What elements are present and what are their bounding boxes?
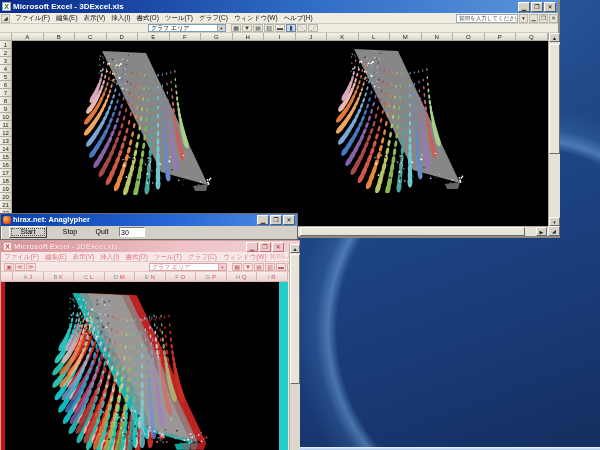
row-header-20[interactable]: 20 — [0, 193, 12, 201]
column-header-AJ[interactable]: A J — [13, 272, 44, 282]
excel-anaglyph-titlebar[interactable]: X Microsoft Excel - 3DExcel.xls ▁ ❐ ✕ — [1, 241, 299, 252]
column-header-D[interactable]: D — [107, 33, 139, 41]
by-column-icon[interactable]: ▮ — [286, 24, 296, 32]
menu-item-1[interactable]: 編集(E) — [42, 252, 70, 262]
row-header-11[interactable]: 11 — [0, 121, 12, 129]
column-header-L[interactable]: L — [359, 33, 391, 41]
menu-item-5[interactable]: ツール(T) — [151, 252, 185, 262]
column-header-A[interactable]: A — [12, 33, 44, 41]
menu-item-0[interactable]: ファイル(F) — [12, 13, 53, 23]
question-input[interactable]: 質問を入力してください — [456, 14, 518, 23]
column-header-K[interactable]: K — [327, 33, 359, 41]
row-header-13[interactable]: 13 — [0, 137, 12, 145]
start-button[interactable]: Start — [9, 226, 47, 238]
column-header-CL[interactable]: C L — [74, 272, 105, 282]
column-header-Q[interactable]: Q — [516, 33, 548, 41]
menu-item-3[interactable]: 挿入(I) — [97, 252, 122, 262]
column-header-IR[interactable]: I R — [257, 272, 288, 282]
column-header-N[interactable]: N — [422, 33, 454, 41]
row-header-21[interactable]: 21 — [0, 201, 12, 209]
chart-object-combo[interactable]: グラフ エリア ▾ — [149, 263, 227, 271]
menu-item-0[interactable]: ファイル(F) — [1, 252, 42, 262]
combo-dropdown-icon[interactable]: ▾ — [218, 264, 226, 270]
row-header-6[interactable]: 6 — [0, 81, 12, 89]
row-header-2[interactable]: 2 — [0, 49, 12, 57]
excel-main-titlebar[interactable]: X Microsoft Excel - 3DExcel.xls ▁ ❐ ✕ — [0, 0, 558, 13]
data-table-icon[interactable]: ▥ — [265, 263, 275, 271]
scroll-up-icon[interactable]: ▲ — [549, 33, 560, 42]
menu-item-4[interactable]: 書式(O) — [133, 13, 161, 23]
menu-item-5[interactable]: ツール(T) — [162, 13, 196, 23]
row-header-16[interactable]: 16 — [0, 161, 12, 169]
row-header-5[interactable]: 5 — [0, 73, 12, 81]
chart-object-area[interactable] — [12, 41, 548, 226]
workbook-close-button[interactable]: ✕ — [549, 14, 558, 23]
chart-object-combo[interactable]: グラフ エリア ▾ — [148, 24, 226, 32]
row-header-12[interactable]: 12 — [0, 129, 12, 137]
menu-item-6[interactable]: グラフ(C) — [196, 13, 231, 23]
menu-item-6[interactable]: グラフ(C) — [185, 252, 220, 262]
data-table-icon[interactable]: ▥ — [264, 24, 274, 32]
angle-input[interactable] — [119, 227, 145, 237]
column-header-BK[interactable]: B K — [44, 272, 75, 282]
row-header-14[interactable]: 14 — [0, 145, 12, 153]
sheet-icon[interactable]: ▣ — [4, 263, 14, 271]
column-header-C[interactable]: C — [75, 33, 107, 41]
resize-grip-icon[interactable]: ◢ — [548, 226, 560, 236]
row-header-19[interactable]: 19 — [0, 185, 12, 193]
quit-button[interactable]: Quit — [87, 226, 117, 238]
row-header-15[interactable]: 15 — [0, 153, 12, 161]
minimize-button[interactable]: ▁ — [246, 242, 258, 252]
row-header-10[interactable]: 10 — [0, 113, 12, 121]
row-header-1[interactable]: 1 — [0, 41, 12, 49]
menu-item-4[interactable]: 書式(O) — [122, 252, 150, 262]
angle-text-down-icon[interactable]: ⋱ — [297, 24, 307, 32]
column-header-EN[interactable]: E N — [135, 272, 166, 282]
menu-item-1[interactable]: 編集(E) — [53, 13, 81, 23]
by-row-icon[interactable]: ▬ — [276, 263, 286, 271]
menu-item-2[interactable]: 表示(V) — [70, 252, 98, 262]
format-selection-icon[interactable]: ▦ — [232, 263, 242, 271]
anaglyph-chart-area[interactable] — [1, 282, 289, 450]
row-header-8[interactable]: 8 — [0, 97, 12, 105]
row-header-4[interactable]: 4 — [0, 65, 12, 73]
stop-button[interactable]: Stop — [53, 226, 87, 238]
horizontal-scroll-thumb[interactable] — [300, 227, 525, 236]
menu-item-2[interactable]: 表示(V) — [81, 13, 109, 23]
column-header-GP[interactable]: G P — [196, 272, 227, 282]
column-header-G[interactable]: G — [201, 33, 233, 41]
column-header-HQ[interactable]: H Q — [227, 272, 258, 282]
column-header-M[interactable]: M — [390, 33, 422, 41]
scroll-up-icon[interactable]: ▲ — [290, 244, 300, 253]
menu-item-8[interactable]: ヘルプ(H) — [281, 13, 316, 23]
angle-text-up-icon[interactable]: ⋰ — [308, 24, 318, 32]
minimize-button[interactable]: ▁ — [257, 215, 269, 225]
question-dropdown-icon[interactable]: ▾ — [519, 14, 528, 23]
column-header-FO[interactable]: F O — [166, 272, 197, 282]
close-button[interactable]: ✕ — [283, 215, 295, 225]
row-header-17[interactable]: 17 — [0, 169, 12, 177]
minimize-button[interactable]: ▁ — [518, 2, 530, 12]
column-header-B[interactable]: B — [44, 33, 76, 41]
vertical-scrollbar[interactable]: ▲ — [289, 244, 300, 450]
chart-type-icon[interactable]: ▼ — [242, 24, 252, 32]
menu-item-7[interactable]: ウィンドウ(W) — [231, 13, 281, 23]
column-header-I[interactable]: I — [264, 33, 296, 41]
column-header-P[interactable]: P — [485, 33, 517, 41]
column-header-J[interactable]: J — [296, 33, 328, 41]
scroll-right-icon[interactable]: ▶ — [536, 227, 547, 236]
chart-type-icon[interactable]: ▼ — [243, 263, 253, 271]
close-button[interactable]: ✕ — [272, 242, 284, 252]
by-row-icon[interactable]: ▬ — [275, 24, 285, 32]
select-all-corner[interactable] — [1, 272, 13, 282]
vertical-scroll-thumb[interactable] — [549, 44, 560, 154]
row-header-7[interactable]: 7 — [0, 89, 12, 97]
maximize-button[interactable]: ❐ — [531, 2, 543, 12]
scroll-down-icon[interactable]: ▾ — [549, 217, 560, 226]
column-header-E[interactable]: E — [138, 33, 170, 41]
maximize-button[interactable]: ❐ — [259, 242, 271, 252]
row-header-3[interactable]: 3 — [0, 57, 12, 65]
column-header-O[interactable]: O — [453, 33, 485, 41]
select-all-corner[interactable] — [0, 33, 12, 41]
forward-icon[interactable]: ≫ — [26, 263, 36, 271]
